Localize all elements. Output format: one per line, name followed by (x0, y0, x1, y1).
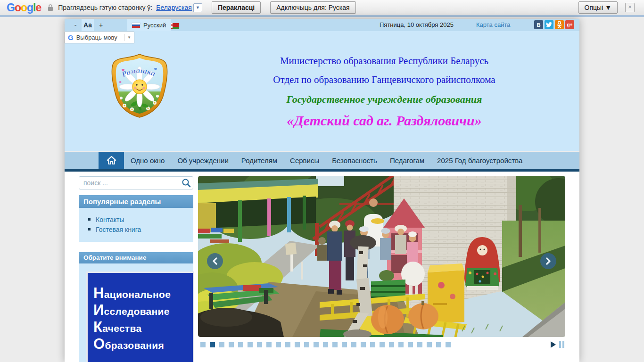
list-item: Контакты (79, 214, 193, 224)
slider-dot-15[interactable] (332, 342, 338, 347)
search-input[interactable] (79, 176, 193, 189)
slider-dot-13[interactable] (314, 342, 319, 347)
nav-item-servisy[interactable]: Сервисы (290, 156, 319, 165)
slider-dot-18[interactable] (361, 342, 366, 347)
social-icons: В g+ (534, 20, 574, 29)
current-date: Пятница, 10 октября 2025 (380, 21, 454, 28)
slider-dot-8[interactable] (266, 342, 272, 347)
divider (124, 34, 124, 41)
slider-dots (200, 342, 451, 347)
google-plus-icon[interactable]: g+ (565, 20, 574, 29)
slide-photo (198, 176, 565, 337)
slider-dot-25[interactable] (427, 342, 432, 347)
nav-item-pedagogam[interactable]: Педагогам (390, 156, 424, 165)
sidebar: Популярные разделы Контакты Гостевая кни… (79, 176, 193, 362)
niko-banner[interactable]: Национальное Исследование Качества Образ… (86, 272, 194, 362)
translate-language-select[interactable]: ▼ (193, 3, 202, 12)
page: Google Праглядзець гэтую старонку ў: Бел… (0, 0, 644, 362)
translate-language-link[interactable]: Беларуская (156, 4, 192, 11)
popular-sections-box: Популярные разделы Контакты Гостевая кни… (79, 195, 193, 242)
site-wrapper: - Aa + Русский Пятница, 10 октября 2025 … (65, 19, 579, 362)
institution-type-title: Государственное учреждение образования (198, 91, 570, 111)
slider-dot-19[interactable] (370, 342, 375, 347)
main-content: Популярные разделы Контакты Гостевая кни… (65, 172, 579, 362)
language-widget-label: Выбраць мову (76, 34, 117, 41)
slider-dot-24[interactable] (417, 342, 422, 347)
slider-dot-23[interactable] (408, 342, 413, 347)
popular-sections-body: Контакты Гостевая книга (79, 208, 193, 242)
banner-line: Национальное (93, 285, 193, 302)
font-reset-button[interactable]: Aa (82, 19, 94, 31)
banner-line: Качества (93, 319, 193, 336)
font-larger-button[interactable]: + (98, 19, 104, 31)
main-navigation: Одно окно Об учреждении Родителям Сервис… (65, 152, 579, 169)
slider-dot-27[interactable] (446, 342, 451, 347)
language-belarusian[interactable] (171, 22, 179, 31)
slider-dot-6[interactable] (248, 342, 253, 347)
slider-dot-4[interactable] (229, 342, 234, 347)
slider-dot-9[interactable] (276, 342, 281, 347)
slider-dot-2[interactable] (210, 342, 215, 347)
slider-dot-11[interactable] (295, 342, 300, 347)
link-guestbook[interactable]: Гостевая книга (96, 226, 141, 233)
nav-item-2025-god[interactable]: 2025 Год благоустройства (437, 156, 522, 165)
search-icon[interactable] (181, 178, 191, 188)
nav-items: Одно окно Об учреждении Родителям Сервис… (131, 152, 522, 169)
font-smaller-button[interactable]: - (72, 19, 79, 31)
slider-dot-21[interactable] (389, 342, 394, 347)
vk-icon[interactable]: В (534, 20, 543, 29)
twitter-icon[interactable] (545, 20, 553, 29)
slider-dot-16[interactable] (342, 342, 347, 347)
nav-item-odno-okno[interactable]: Одно окно (131, 156, 165, 165)
russia-flag-icon (132, 23, 140, 28)
bullet-icon (88, 218, 91, 221)
photo-slider (198, 176, 565, 337)
translate-button[interactable]: Перакласці (212, 1, 261, 14)
pause-icon[interactable] (559, 341, 564, 348)
slider-controls (550, 341, 564, 348)
kindergarten-crest-logo: Ромашка (108, 53, 171, 119)
bullet-icon (88, 228, 91, 230)
translate-prompt: Праглядзець гэтую старонку ў: (58, 4, 152, 11)
odnoklassniki-icon[interactable] (555, 20, 564, 29)
slider-dot-12[interactable] (304, 342, 309, 347)
translate-options-button[interactable]: Опцыі ▼ (578, 1, 618, 14)
nav-item-ob-uchrezhdenii[interactable]: Об учреждении (177, 156, 228, 165)
attention-title: Обратите внимание (79, 252, 193, 263)
attention-body: Национальное Исследование Качества Образ… (79, 263, 193, 362)
nav-home-button[interactable] (99, 152, 124, 169)
slider-dot-14[interactable] (323, 342, 328, 347)
slider-dot-3[interactable] (219, 342, 224, 347)
department-title: Отдел по образованию Ганцевичского райис… (198, 73, 570, 91)
list-item: Гостевая книга (79, 224, 193, 234)
slider-dot-7[interactable] (257, 342, 262, 347)
play-icon[interactable] (550, 341, 556, 348)
slider-dot-10[interactable] (285, 342, 290, 347)
slider-next-button[interactable] (540, 253, 556, 269)
slider-dot-5[interactable] (238, 342, 243, 347)
slider-dot-22[interactable] (398, 342, 404, 347)
attention-box: Обратите внимание Национальное Исследова… (79, 252, 193, 362)
banner-line: Исследование (93, 302, 193, 319)
chevron-right-icon (545, 257, 551, 265)
nav-item-roditelyam[interactable]: Родителям (241, 156, 277, 165)
site-header: G Выбраць мову ▼ (65, 31, 579, 151)
belarus-flag-icon (171, 23, 179, 29)
nav-item-bezopasnost[interactable]: Безопасность (332, 156, 377, 165)
sitemap-link[interactable]: Карта сайта (476, 21, 510, 28)
link-contacts[interactable]: Контакты (96, 216, 124, 223)
slider-dot-20[interactable] (380, 342, 385, 347)
language-russian[interactable]: Русский (127, 19, 171, 31)
slider-dot-26[interactable] (436, 342, 441, 347)
slider-prev-button[interactable] (207, 253, 223, 269)
kindergarten-name-title: «Детский сад аг. Раздяловичи» (198, 111, 570, 130)
banner-line: Образования (93, 336, 193, 353)
chevron-down-icon: ▼ (127, 35, 131, 40)
slider-dot-1[interactable] (200, 342, 206, 347)
google-logo: Google (7, 1, 41, 14)
translate-disable-button[interactable]: Адключыць для: Руская (270, 1, 355, 14)
close-icon[interactable]: × (625, 3, 635, 12)
slider-dot-17[interactable] (351, 342, 356, 347)
language-select-widget[interactable]: G Выбраць мову ▼ (65, 32, 134, 43)
header-titles: Министерство образования Республики Бела… (198, 54, 570, 130)
